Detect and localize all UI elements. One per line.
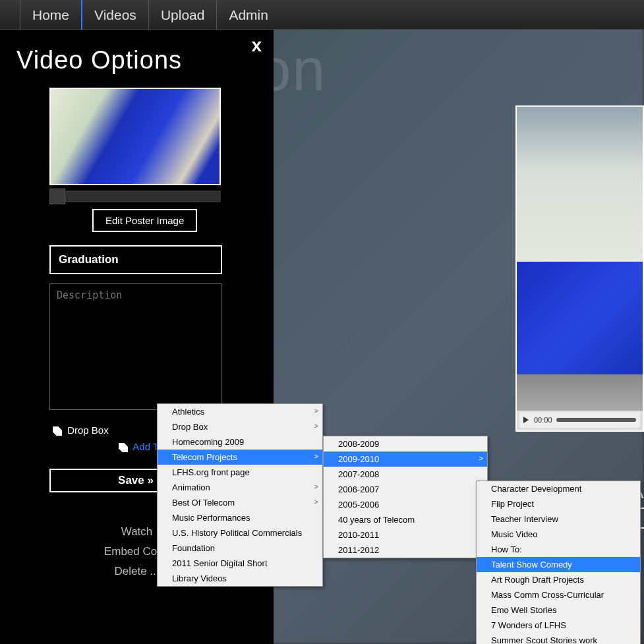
nav-upload[interactable]: Upload xyxy=(148,0,217,30)
video-title-input[interactable] xyxy=(49,245,222,274)
menu-item[interactable]: 2005-2006 xyxy=(324,497,487,512)
slider-handle[interactable] xyxy=(49,189,65,204)
menu-item[interactable]: Best Of Telecom xyxy=(158,495,322,510)
play-icon[interactable] xyxy=(523,417,529,423)
edit-poster-button[interactable]: Edit Poster Image xyxy=(92,209,197,232)
tag-menu-level-1[interactable]: AthleticsDrop BoxHomecoming 2009Telecom … xyxy=(157,403,323,587)
menu-item[interactable]: Character Development xyxy=(477,481,640,496)
close-icon[interactable]: x xyxy=(251,35,262,56)
menu-item[interactable]: 2011-2012 xyxy=(324,542,487,558)
menu-item[interactable]: Music Performances xyxy=(158,510,322,525)
video-description-input[interactable] xyxy=(49,283,222,410)
menu-item[interactable]: Mass Comm Cross-Curricular xyxy=(477,587,640,602)
menu-item[interactable]: U.S. History Political Commercials xyxy=(158,525,322,541)
nav-videos[interactable]: Videos xyxy=(81,0,148,30)
menu-item[interactable]: Summer Scout Stories work xyxy=(477,633,640,644)
menu-item[interactable]: 40 years of Telecom xyxy=(324,512,487,527)
poster-thumbnail[interactable] xyxy=(49,88,221,185)
menu-item[interactable]: 2006-2007 xyxy=(324,482,487,497)
nav-admin[interactable]: Admin xyxy=(216,0,280,30)
menu-item[interactable]: Emo Well Stories xyxy=(477,602,640,618)
panel-title: Video Options xyxy=(16,46,257,74)
menu-item[interactable]: 2011 Senior Digital Short xyxy=(158,556,322,571)
preview-image-steps xyxy=(517,374,643,411)
tag-menu-level-3[interactable]: Character DevelopmentFlip ProjectTeacher… xyxy=(476,481,641,644)
poster-scrub-slider[interactable] xyxy=(49,190,221,202)
menu-item[interactable]: Teacher Interview xyxy=(477,512,640,527)
menu-item[interactable]: Music Video xyxy=(477,527,640,542)
menu-item[interactable]: Art Rough Draft Projects xyxy=(477,572,640,587)
menu-item[interactable]: 2007-2008 xyxy=(324,467,487,482)
menu-item[interactable]: How To: xyxy=(477,542,640,557)
menu-item[interactable]: LFHS.org front page xyxy=(158,465,322,480)
menu-item[interactable]: Foundation xyxy=(158,541,322,556)
tag-icon xyxy=(53,426,62,436)
menu-item[interactable]: Talent Show Comedy xyxy=(477,557,640,572)
menu-item[interactable]: 2010-2011 xyxy=(324,527,487,542)
progress-bar[interactable] xyxy=(556,418,636,422)
menu-item[interactable]: Athletics xyxy=(158,404,322,419)
preview-image-upper xyxy=(517,107,643,262)
video-preview: 00:00 xyxy=(515,105,644,432)
menu-item[interactable]: Drop Box xyxy=(158,419,322,434)
menu-item[interactable]: 2009-2010 xyxy=(324,452,487,467)
menu-item[interactable]: Homecoming 2009 xyxy=(158,434,322,450)
menu-item[interactable]: Library Videos xyxy=(158,571,322,586)
menu-item[interactable]: Flip Project xyxy=(477,496,640,512)
tag-icon xyxy=(119,443,128,452)
menu-item[interactable]: 7 Wonders of LFHS xyxy=(477,618,640,633)
video-player-bar[interactable]: 00:00 xyxy=(519,412,640,428)
menu-item[interactable]: 2008-2009 xyxy=(324,436,487,452)
player-time: 00:00 xyxy=(534,416,552,424)
tag-menu-level-2[interactable]: 2008-20092009-20102007-20082006-20072005… xyxy=(323,436,488,558)
top-nav: Home Videos Upload Admin xyxy=(0,0,644,30)
menu-item[interactable]: Animation xyxy=(158,480,322,495)
nav-home[interactable]: Home xyxy=(20,0,81,30)
tag-item[interactable]: Drop Box xyxy=(67,424,109,436)
menu-item[interactable]: Telecom Projects xyxy=(158,450,322,465)
